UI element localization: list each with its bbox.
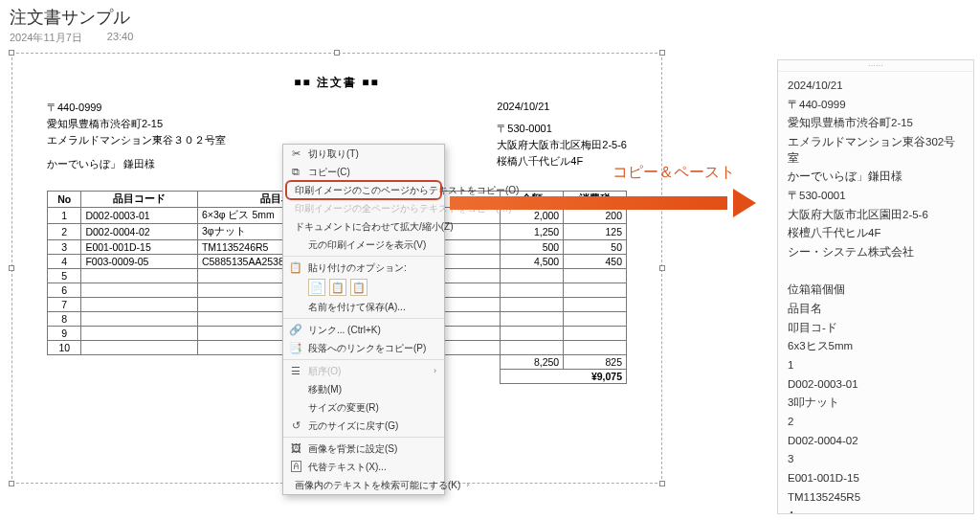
- page-title: 注文書サンプル: [10, 6, 970, 29]
- chevron-right-icon: ›: [434, 364, 436, 378]
- clipboard-icon: 📋: [289, 261, 302, 275]
- menu-orig[interactable]: 元の印刷イメージを表示(V): [283, 236, 444, 254]
- panel-line: 6x3ヒス5mm: [788, 338, 964, 354]
- resize-handle[interactable]: [9, 50, 14, 56]
- recipient-postal: 〒530-0001: [497, 122, 627, 136]
- context-menu: ✂切り取り(T) ⧉コピー(C) 印刷イメージのこのページからテキストをコピー(…: [282, 144, 445, 495]
- annotation-arrow: [450, 189, 756, 217]
- resize-handle[interactable]: [659, 481, 665, 486]
- order-date: 2024/10/21: [497, 101, 627, 112]
- panel-line: [788, 263, 964, 280]
- panel-grip[interactable]: ⋯⋯: [778, 60, 973, 72]
- paste-options: 📄 📋 📋: [283, 277, 444, 298]
- recipient-addr2: 桜橋八千代ビル4F: [497, 154, 627, 169]
- sender-block: 〒440-0999 愛知県豊橋市渋谷町2-15 エメラルドマンション東谷３０２号…: [47, 101, 226, 173]
- text-icon: 🄰: [289, 461, 302, 474]
- paste-opt-3[interactable]: 📋: [350, 279, 368, 296]
- doc-heading: ■■ 注文書 ■■: [47, 75, 627, 91]
- restore-icon: ↺: [289, 419, 302, 433]
- copy-icon: ⧉: [289, 166, 302, 179]
- sender-addr2: エメラルドマンション東谷３０２号室: [47, 133, 226, 147]
- recipient-block: 2024/10/21 〒530-0001 大阪府大阪市北区梅田2-5-6 桜橋八…: [497, 101, 627, 173]
- panel-line: かーでいらぼ」鎌田様: [788, 169, 964, 185]
- resize-handle[interactable]: [659, 50, 665, 56]
- scissors-icon: ✂: [289, 147, 302, 161]
- panel-line: 品目名: [788, 301, 964, 317]
- panel-line: エメラルドマンション東谷302号室: [788, 134, 964, 166]
- panel-line: D002-0003-01: [788, 376, 964, 393]
- panel-line: 3: [788, 451, 964, 467]
- annotation-label: コピー＆ペースト: [612, 163, 735, 183]
- link-icon: 🔗: [289, 324, 302, 337]
- col-no: No: [48, 192, 81, 208]
- resize-handle[interactable]: [9, 265, 14, 271]
- layers-icon: ☰: [289, 365, 302, 378]
- menu-para-link[interactable]: 📑段落へのリンクをコピー(P): [283, 339, 444, 357]
- menu-restore[interactable]: ↺元のサイズに戻す(G): [283, 417, 444, 435]
- page-date: 2024年11月7日: [10, 31, 82, 45]
- menu-paste-header: 📋貼り付けのオプション:: [283, 259, 444, 277]
- resize-handle[interactable]: [334, 50, 340, 56]
- sender-addr1: 愛知県豊橋市渋谷町2-15: [47, 117, 226, 131]
- menu-link[interactable]: 🔗リンク... (Ctrl+K): [283, 321, 444, 339]
- menu-resize[interactable]: サイズの変更(R): [283, 398, 444, 417]
- sender-to: かーでいらぼ」 鎌田様: [47, 157, 226, 171]
- paragraph-icon: 📑: [289, 342, 302, 355]
- panel-line: 叩目コ-ド: [788, 320, 964, 336]
- menu-save-as[interactable]: 名前を付けて保存(A)...: [283, 298, 444, 316]
- panel-line: 4: [788, 508, 964, 514]
- total-tax: 825: [564, 355, 627, 370]
- col-code: 品目コード: [81, 192, 198, 208]
- chevron-right-icon: ›: [466, 478, 469, 492]
- paste-opt-1[interactable]: 📄: [308, 279, 325, 296]
- panel-line: 〒440-0999: [788, 97, 964, 113]
- panel-line: 3叩ナット: [788, 395, 964, 411]
- total-amount: 8,250: [501, 355, 564, 370]
- panel-line: D002-0004-02: [788, 433, 964, 449]
- menu-copy-page-text[interactable]: 印刷イメージのこのページからテキストをコピー(O): [283, 181, 444, 199]
- menu-searchable[interactable]: 画像内のテキストを検索可能にする(K)›: [283, 476, 444, 494]
- panel-line: 〒530-0001: [788, 188, 964, 204]
- panel-line: 桜檀八千代ヒル4F: [788, 225, 964, 241]
- menu-copy[interactable]: ⧉コピー(C): [283, 163, 444, 181]
- menu-order[interactable]: ☰順序(O)›: [283, 362, 444, 380]
- grand-total: ¥9,075: [501, 370, 627, 384]
- panel-line: 1: [788, 357, 964, 373]
- menu-alt-text[interactable]: 🄰代替テキスト(X)...: [283, 458, 444, 476]
- panel-line: 2: [788, 414, 964, 430]
- panel-line: 2024/10/21: [788, 78, 964, 94]
- menu-copy-all-text[interactable]: 印刷イメージの全ページからテキストをコピー(…): [283, 199, 444, 217]
- panel-line: E001-001D-15: [788, 470, 964, 486]
- panel-line: 大阪府大阪市北区園田2-5-6: [788, 207, 964, 223]
- page-time: 23:40: [107, 31, 134, 45]
- menu-set-bg[interactable]: 🖼画像を背景に設定(S): [283, 440, 444, 458]
- panel-line: 位箱箱個個: [788, 282, 964, 298]
- panel-line: 愛知県豊橋市渋谷町2-15: [788, 115, 964, 131]
- paste-opt-2[interactable]: 📋: [329, 279, 346, 296]
- image-icon: 🖼: [289, 442, 302, 456]
- menu-fit[interactable]: ドキュメントに合わせて拡大/縮小(Z): [283, 217, 444, 236]
- sender-postal: 〒440-0999: [47, 101, 226, 115]
- menu-move[interactable]: 移動(M): [283, 380, 444, 398]
- text-result-panel[interactable]: ⋯⋯ 2024/10/21〒440-0999愛知県豊橋市渋谷町2-15エメラルド…: [777, 59, 974, 514]
- menu-cut[interactable]: ✂切り取り(T): [283, 145, 444, 163]
- recipient-addr1: 大阪府大阪市北区梅田2-5-6: [497, 138, 627, 152]
- resize-handle[interactable]: [9, 481, 14, 486]
- resize-handle[interactable]: [659, 265, 665, 271]
- panel-line: シー・システム株式会社: [788, 244, 964, 260]
- panel-line: TM1135245R5: [788, 489, 964, 506]
